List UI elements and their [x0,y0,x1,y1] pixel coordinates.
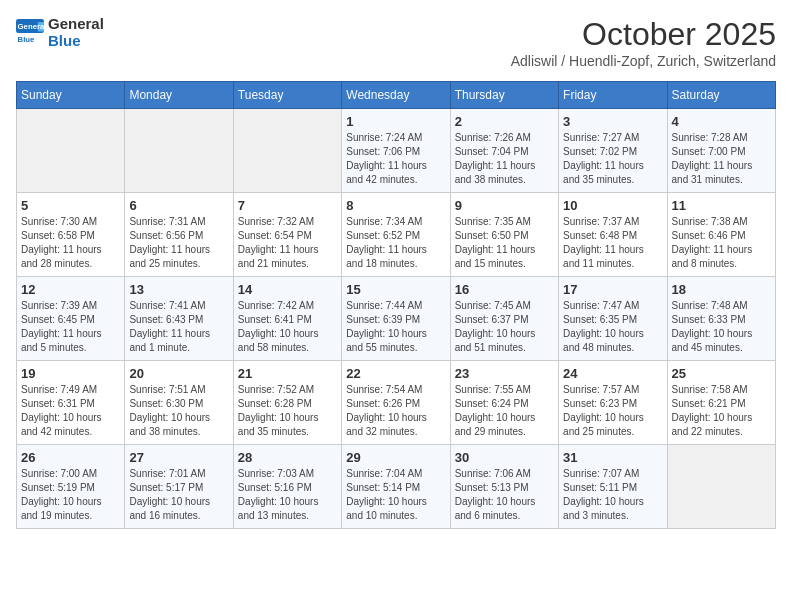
day-info: Sunrise: 7:30 AMSunset: 6:58 PMDaylight:… [21,215,120,271]
day-cell: 22Sunrise: 7:54 AMSunset: 6:26 PMDayligh… [342,361,450,445]
day-info: Sunrise: 7:47 AMSunset: 6:35 PMDaylight:… [563,299,662,355]
day-cell: 9Sunrise: 7:35 AMSunset: 6:50 PMDaylight… [450,193,558,277]
day-number: 23 [455,366,554,381]
svg-text:General: General [18,22,44,31]
day-info: Sunrise: 7:24 AMSunset: 7:06 PMDaylight:… [346,131,445,187]
weekday-header-wednesday: Wednesday [342,82,450,109]
day-info: Sunrise: 7:48 AMSunset: 6:33 PMDaylight:… [672,299,771,355]
weekday-header-friday: Friday [559,82,667,109]
day-info: Sunrise: 7:01 AMSunset: 5:17 PMDaylight:… [129,467,228,523]
day-info: Sunrise: 7:06 AMSunset: 5:13 PMDaylight:… [455,467,554,523]
logo-blue: Blue [48,33,104,50]
day-info: Sunrise: 7:31 AMSunset: 6:56 PMDaylight:… [129,215,228,271]
day-number: 16 [455,282,554,297]
day-info: Sunrise: 7:41 AMSunset: 6:43 PMDaylight:… [129,299,228,355]
day-info: Sunrise: 7:51 AMSunset: 6:30 PMDaylight:… [129,383,228,439]
day-cell: 29Sunrise: 7:04 AMSunset: 5:14 PMDayligh… [342,445,450,529]
day-info: Sunrise: 7:34 AMSunset: 6:52 PMDaylight:… [346,215,445,271]
day-cell: 3Sunrise: 7:27 AMSunset: 7:02 PMDaylight… [559,109,667,193]
weekday-header-tuesday: Tuesday [233,82,341,109]
day-number: 1 [346,114,445,129]
day-cell: 13Sunrise: 7:41 AMSunset: 6:43 PMDayligh… [125,277,233,361]
day-cell: 10Sunrise: 7:37 AMSunset: 6:48 PMDayligh… [559,193,667,277]
day-info: Sunrise: 7:00 AMSunset: 5:19 PMDaylight:… [21,467,120,523]
day-cell: 20Sunrise: 7:51 AMSunset: 6:30 PMDayligh… [125,361,233,445]
day-cell: 18Sunrise: 7:48 AMSunset: 6:33 PMDayligh… [667,277,775,361]
weekday-header-monday: Monday [125,82,233,109]
day-cell [667,445,775,529]
day-info: Sunrise: 7:26 AMSunset: 7:04 PMDaylight:… [455,131,554,187]
day-cell: 6Sunrise: 7:31 AMSunset: 6:56 PMDaylight… [125,193,233,277]
day-number: 19 [21,366,120,381]
day-info: Sunrise: 7:07 AMSunset: 5:11 PMDaylight:… [563,467,662,523]
day-number: 18 [672,282,771,297]
day-info: Sunrise: 7:03 AMSunset: 5:16 PMDaylight:… [238,467,337,523]
day-cell: 30Sunrise: 7:06 AMSunset: 5:13 PMDayligh… [450,445,558,529]
weekday-header-sunday: Sunday [17,82,125,109]
day-number: 5 [21,198,120,213]
day-cell: 26Sunrise: 7:00 AMSunset: 5:19 PMDayligh… [17,445,125,529]
day-number: 4 [672,114,771,129]
month-title: October 2025 [511,16,776,53]
day-number: 11 [672,198,771,213]
day-cell: 12Sunrise: 7:39 AMSunset: 6:45 PMDayligh… [17,277,125,361]
week-row-1: 1Sunrise: 7:24 AMSunset: 7:06 PMDaylight… [17,109,776,193]
week-row-3: 12Sunrise: 7:39 AMSunset: 6:45 PMDayligh… [17,277,776,361]
day-info: Sunrise: 7:49 AMSunset: 6:31 PMDaylight:… [21,383,120,439]
week-row-2: 5Sunrise: 7:30 AMSunset: 6:58 PMDaylight… [17,193,776,277]
day-cell: 11Sunrise: 7:38 AMSunset: 6:46 PMDayligh… [667,193,775,277]
day-info: Sunrise: 7:42 AMSunset: 6:41 PMDaylight:… [238,299,337,355]
day-number: 30 [455,450,554,465]
week-row-5: 26Sunrise: 7:00 AMSunset: 5:19 PMDayligh… [17,445,776,529]
weekday-header-saturday: Saturday [667,82,775,109]
day-cell: 24Sunrise: 7:57 AMSunset: 6:23 PMDayligh… [559,361,667,445]
day-info: Sunrise: 7:55 AMSunset: 6:24 PMDaylight:… [455,383,554,439]
day-number: 10 [563,198,662,213]
day-info: Sunrise: 7:37 AMSunset: 6:48 PMDaylight:… [563,215,662,271]
svg-text:Blue: Blue [18,35,36,44]
day-number: 14 [238,282,337,297]
day-number: 20 [129,366,228,381]
day-cell: 14Sunrise: 7:42 AMSunset: 6:41 PMDayligh… [233,277,341,361]
day-number: 21 [238,366,337,381]
day-cell: 19Sunrise: 7:49 AMSunset: 6:31 PMDayligh… [17,361,125,445]
day-number: 25 [672,366,771,381]
day-cell: 17Sunrise: 7:47 AMSunset: 6:35 PMDayligh… [559,277,667,361]
day-cell: 5Sunrise: 7:30 AMSunset: 6:58 PMDaylight… [17,193,125,277]
day-cell: 4Sunrise: 7:28 AMSunset: 7:00 PMDaylight… [667,109,775,193]
day-cell [233,109,341,193]
day-cell: 23Sunrise: 7:55 AMSunset: 6:24 PMDayligh… [450,361,558,445]
day-number: 24 [563,366,662,381]
day-cell: 8Sunrise: 7:34 AMSunset: 6:52 PMDaylight… [342,193,450,277]
weekday-header-thursday: Thursday [450,82,558,109]
day-number: 7 [238,198,337,213]
week-row-4: 19Sunrise: 7:49 AMSunset: 6:31 PMDayligh… [17,361,776,445]
day-number: 2 [455,114,554,129]
day-info: Sunrise: 7:54 AMSunset: 6:26 PMDaylight:… [346,383,445,439]
day-number: 3 [563,114,662,129]
day-info: Sunrise: 7:04 AMSunset: 5:14 PMDaylight:… [346,467,445,523]
day-number: 26 [21,450,120,465]
day-info: Sunrise: 7:27 AMSunset: 7:02 PMDaylight:… [563,131,662,187]
day-cell: 21Sunrise: 7:52 AMSunset: 6:28 PMDayligh… [233,361,341,445]
day-info: Sunrise: 7:44 AMSunset: 6:39 PMDaylight:… [346,299,445,355]
day-cell [17,109,125,193]
day-number: 15 [346,282,445,297]
day-info: Sunrise: 7:39 AMSunset: 6:45 PMDaylight:… [21,299,120,355]
day-cell: 2Sunrise: 7:26 AMSunset: 7:04 PMDaylight… [450,109,558,193]
day-info: Sunrise: 7:28 AMSunset: 7:00 PMDaylight:… [672,131,771,187]
day-info: Sunrise: 7:58 AMSunset: 6:21 PMDaylight:… [672,383,771,439]
logo-text: General Blue [48,16,104,49]
title-block: October 2025 Adliswil / Huendli-Zopf, Zu… [511,16,776,69]
day-info: Sunrise: 7:38 AMSunset: 6:46 PMDaylight:… [672,215,771,271]
day-number: 28 [238,450,337,465]
day-number: 27 [129,450,228,465]
day-cell [125,109,233,193]
day-number: 12 [21,282,120,297]
day-info: Sunrise: 7:45 AMSunset: 6:37 PMDaylight:… [455,299,554,355]
day-number: 29 [346,450,445,465]
day-number: 22 [346,366,445,381]
day-number: 8 [346,198,445,213]
day-number: 17 [563,282,662,297]
day-cell: 25Sunrise: 7:58 AMSunset: 6:21 PMDayligh… [667,361,775,445]
